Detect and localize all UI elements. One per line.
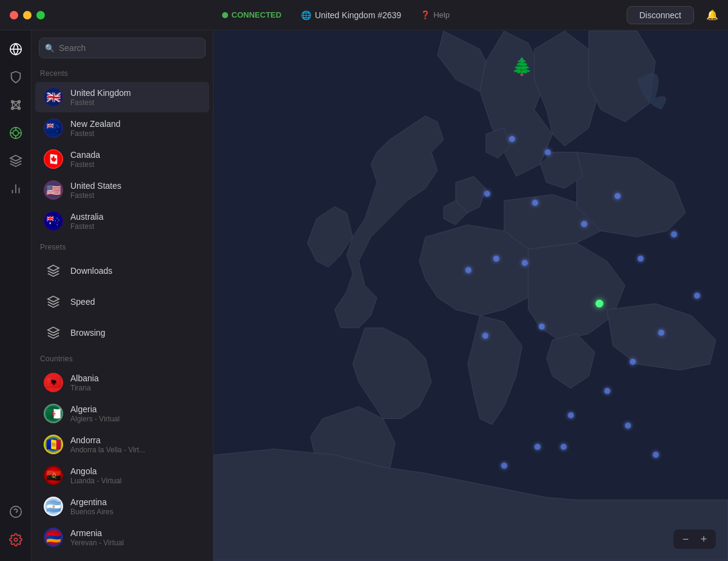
preset-item-downloads[interactable]: Downloads xyxy=(35,256,209,286)
flag-us-icon: 🇺🇸 xyxy=(44,180,63,200)
sidebar-item-layers[interactable] xyxy=(4,149,27,172)
speed-layers-icon xyxy=(44,292,63,311)
country-algeria-name: Algeria xyxy=(70,404,120,414)
help-icon: ❓ xyxy=(420,10,430,19)
zoom-in-button[interactable]: + xyxy=(696,532,711,546)
recent-item-us-text: United States Fastest xyxy=(70,181,121,200)
svg-marker-27 xyxy=(48,327,59,333)
recent-item-ca-text: Canada Fastest xyxy=(70,150,100,169)
sidebar-item-shield[interactable] xyxy=(4,66,27,89)
country-andorra-name: Andorra xyxy=(70,435,145,445)
connected-label: CONNECTED xyxy=(232,10,281,19)
notification-icon[interactable]: 🔔 xyxy=(706,9,718,21)
recent-item-us-name: United States xyxy=(70,181,121,191)
preset-item-browsing-text: Browsing xyxy=(70,328,106,338)
preset-item-downloads-text: Downloads xyxy=(70,266,112,276)
flag-uk-icon: 🇬🇧 xyxy=(44,87,63,107)
presets-label: Presets xyxy=(32,237,213,255)
icon-sidebar xyxy=(0,30,32,561)
zoom-controls: − + xyxy=(673,529,716,549)
zoom-out-button[interactable]: − xyxy=(678,532,693,546)
svg-point-22 xyxy=(10,506,21,517)
sidebar-item-settings[interactable] xyxy=(4,528,27,551)
flag-ad-icon: 🇦🇩 xyxy=(44,435,63,454)
disconnect-button[interactable]: Disconnect xyxy=(627,6,694,24)
recent-item-uk[interactable]: 🇬🇧 United Kingdom Fastest xyxy=(35,82,209,112)
country-item-armenia-text: Armenia Yerevan - Virtual xyxy=(70,528,124,547)
country-andorra-sub: Andorra la Vella - Virt... xyxy=(70,446,145,454)
country-albania-name: Albania xyxy=(70,373,99,383)
recent-item-us[interactable]: 🇺🇸 United States Fastest xyxy=(35,175,209,205)
flag-nz-icon: 🇳🇿 xyxy=(44,118,63,138)
search-input[interactable] xyxy=(39,38,206,58)
sidebar-item-mesh[interactable] xyxy=(4,93,27,117)
preset-item-browsing[interactable]: Browsing xyxy=(35,318,209,348)
country-item-andorra[interactable]: 🇦🇩 Andorra Andorra la Vella - Virt... xyxy=(35,429,209,460)
recent-item-ca[interactable]: 🇨🇦 Canada Fastest xyxy=(35,144,209,174)
sidebar-item-target[interactable] xyxy=(4,121,27,144)
flag-ao-icon: 🇦🇴 xyxy=(44,466,63,485)
recents-label: Recents xyxy=(32,63,213,81)
minimize-button[interactable] xyxy=(23,11,32,19)
server-name: United Kingdom #2639 xyxy=(315,10,401,20)
country-item-angola-text: Angola Luanda - Virtual xyxy=(70,466,122,485)
traffic-lights xyxy=(10,11,45,19)
svg-marker-25 xyxy=(48,265,59,271)
browsing-layers-icon xyxy=(44,323,63,342)
sidebar-item-support[interactable] xyxy=(4,500,27,523)
flag-al-icon: 🇦🇱 xyxy=(44,373,63,392)
server-info[interactable]: 🌐 United Kingdom #2639 xyxy=(301,10,401,20)
country-item-armenia[interactable]: 🇦🇲 Armenia Yerevan - Virtual xyxy=(35,522,209,552)
sidebar-item-stats[interactable] xyxy=(4,177,27,200)
country-item-albania[interactable]: 🇦🇱 Albania Tirana xyxy=(35,367,209,398)
country-item-angola[interactable]: 🇦🇴 Angola Luanda - Virtual xyxy=(35,460,209,491)
flag-dz-icon: 🇩🇿 xyxy=(44,404,63,423)
maximize-button[interactable] xyxy=(36,11,45,19)
recent-item-nz[interactable]: 🇳🇿 New Zealand Fastest xyxy=(35,113,209,143)
recent-item-au[interactable]: 🇦🇺 Australia Fastest xyxy=(35,206,209,236)
map-area[interactable]: .land { fill: #2a3044; stroke: #3a4060; … xyxy=(214,30,728,561)
country-item-argentina-text: Argentina Buenos Aires xyxy=(70,497,113,516)
preset-item-speed-name: Speed xyxy=(70,297,95,307)
titlebar: CONNECTED 🌐 United Kingdom #2639 ❓ Help … xyxy=(0,0,728,30)
recent-item-au-sub: Fastest xyxy=(70,222,103,231)
svg-text:🌲: 🌲 xyxy=(511,56,533,76)
country-item-andorra-text: Andorra Andorra la Vella - Virt... xyxy=(70,435,145,454)
help-label: Help xyxy=(433,10,450,19)
map-svg: .land { fill: #2a3044; stroke: #3a4060; … xyxy=(214,30,728,561)
flag-ar-icon: 🇦🇷 xyxy=(44,497,63,516)
svg-marker-26 xyxy=(48,296,59,302)
country-item-albania-text: Albania Tirana xyxy=(70,373,99,392)
preset-item-browsing-name: Browsing xyxy=(70,328,106,338)
recent-item-uk-name: United Kingdom xyxy=(70,88,131,98)
svg-marker-18 xyxy=(10,155,21,161)
recent-item-nz-name: New Zealand xyxy=(70,119,121,129)
flag-ca-icon: 🇨🇦 xyxy=(44,149,63,169)
recent-item-uk-sub: Fastest xyxy=(70,98,131,107)
country-armenia-name: Armenia xyxy=(70,528,124,538)
country-albania-sub: Tirana xyxy=(70,384,99,392)
downloads-layers-icon xyxy=(44,261,63,280)
connected-dot-icon xyxy=(222,12,228,18)
recent-item-au-text: Australia Fastest xyxy=(70,212,103,231)
svg-point-24 xyxy=(14,538,18,542)
recent-item-nz-text: New Zealand Fastest xyxy=(70,119,121,138)
titlebar-center: CONNECTED 🌐 United Kingdom #2639 ❓ Help xyxy=(52,10,619,20)
preset-item-speed-text: Speed xyxy=(70,297,95,307)
close-button[interactable] xyxy=(10,11,18,19)
recent-item-au-name: Australia xyxy=(70,212,103,222)
country-angola-sub: Luanda - Virtual xyxy=(70,477,122,485)
recent-item-ca-name: Canada xyxy=(70,150,100,160)
country-item-argentina[interactable]: 🇦🇷 Argentina Buenos Aires xyxy=(35,491,209,522)
flag-au-icon: 🇦🇺 xyxy=(44,211,63,231)
preset-item-speed[interactable]: Speed xyxy=(35,287,209,317)
country-angola-name: Angola xyxy=(70,466,122,476)
country-item-algeria-text: Algeria Algiers - Virtual xyxy=(70,404,120,423)
country-algeria-sub: Algiers - Virtual xyxy=(70,415,120,423)
sidebar-item-map[interactable] xyxy=(4,38,27,61)
help-button[interactable]: ❓ Help xyxy=(420,10,450,19)
country-item-algeria[interactable]: 🇩🇿 Algeria Algiers - Virtual xyxy=(35,398,209,429)
connected-badge: CONNECTED xyxy=(222,10,281,19)
search-bar: 🔍 xyxy=(32,30,213,63)
globe-icon: 🌐 xyxy=(301,10,311,20)
